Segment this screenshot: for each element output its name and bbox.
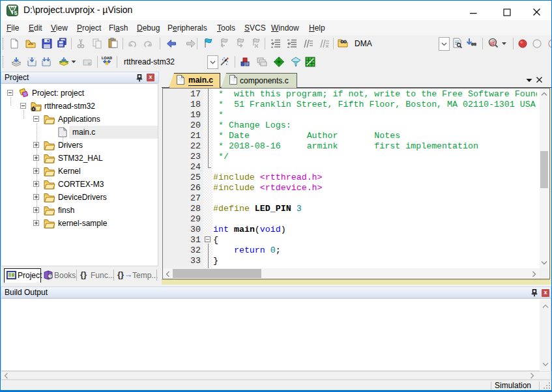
svg-text:?: ?	[49, 274, 51, 279]
svg-text:5: 5	[14, 10, 18, 16]
svg-text:@: @	[489, 39, 495, 46]
svg-text:LOAD: LOAD	[102, 56, 112, 60]
